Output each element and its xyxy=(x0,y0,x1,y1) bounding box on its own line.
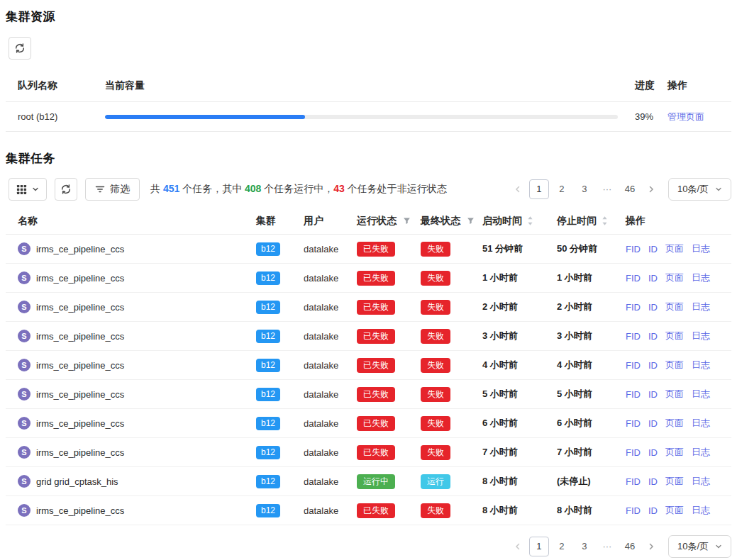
page-link[interactable]: 页面 xyxy=(665,359,684,371)
fid-link[interactable]: FID xyxy=(626,476,641,487)
start-time-sorter-icon[interactable] xyxy=(527,215,533,226)
log-link[interactable]: 日志 xyxy=(692,388,710,401)
header-start-time: 启动时间 xyxy=(482,215,557,228)
fid-link[interactable]: FID xyxy=(626,244,641,254)
chevron-down-icon xyxy=(715,543,722,550)
fid-link[interactable]: FID xyxy=(626,389,641,400)
resource-actions-cell: 管理页面 xyxy=(662,111,731,123)
fid-link[interactable]: FID xyxy=(626,360,641,371)
fid-link[interactable]: FID xyxy=(626,302,641,313)
task-user-cell: datalake xyxy=(299,244,357,254)
log-link[interactable]: 日志 xyxy=(692,359,710,371)
task-start-time: 1 小时前 xyxy=(482,271,557,284)
id-link[interactable]: ID xyxy=(648,273,658,284)
page-link[interactable]: 页面 xyxy=(665,475,684,488)
id-link[interactable]: ID xyxy=(648,418,658,429)
pagination-page-46[interactable]: 46 xyxy=(620,537,640,556)
resources-refresh-button[interactable] xyxy=(9,37,31,60)
page-size-select[interactable]: 10条/页 xyxy=(668,535,731,558)
header-name-label: 名称 xyxy=(18,215,38,228)
fid-link[interactable]: FID xyxy=(626,418,641,429)
header-start-time-label: 启动时间 xyxy=(482,215,522,228)
page-link[interactable]: 页面 xyxy=(665,504,684,517)
id-link[interactable]: ID xyxy=(648,360,658,371)
spark-avatar: S xyxy=(18,301,31,313)
id-link[interactable]: ID xyxy=(648,447,658,458)
task-stop-time: 8 小时前 xyxy=(557,504,626,517)
task-row: S irms_ce_pipeline_ccs b12 datalake 已失败 … xyxy=(6,293,731,322)
fid-link[interactable]: FID xyxy=(626,447,641,458)
task-run-status-cell: 已失败 xyxy=(357,329,421,344)
tasks-refresh-button[interactable] xyxy=(55,178,77,201)
task-name-cell: S irms_ce_pipeline_ccs xyxy=(6,446,256,459)
log-link[interactable]: 日志 xyxy=(692,301,710,313)
task-user-cell: datalake xyxy=(299,505,357,516)
page-size-select[interactable]: 10条/页 xyxy=(668,178,731,201)
final-status-filter-funnel-icon[interactable] xyxy=(467,217,475,225)
header-run-status: 运行状态 xyxy=(357,215,421,228)
task-cluster-cell: b12 xyxy=(256,271,299,285)
pagination-ellipsis[interactable]: ··· xyxy=(597,537,617,556)
task-name: irms_ce_pipeline_ccs xyxy=(36,418,124,429)
pagination-page-3[interactable]: 3 xyxy=(575,179,594,199)
id-link[interactable]: ID xyxy=(648,476,658,487)
filter-button[interactable]: 筛选 xyxy=(85,178,140,201)
id-link[interactable]: ID xyxy=(648,389,658,400)
cluster-badge: b12 xyxy=(256,301,280,314)
pagination-page-1[interactable]: 1 xyxy=(529,179,549,199)
column-settings-button[interactable] xyxy=(9,178,47,201)
log-link[interactable]: 日志 xyxy=(692,446,710,459)
page-link[interactable]: 页面 xyxy=(665,446,684,459)
task-name: irms_ce_pipeline_ccs xyxy=(36,505,124,516)
page-link[interactable]: 页面 xyxy=(665,301,684,313)
id-link[interactable]: ID xyxy=(648,331,658,342)
pagination-page-1[interactable]: 1 xyxy=(529,537,549,556)
final-status-badge: 失败 xyxy=(421,416,450,431)
log-link[interactable]: 日志 xyxy=(692,417,710,430)
page: 集群资源 队列名称 当前容量 进度 操作 root (b12) xyxy=(0,0,737,560)
tasks-table-body: S irms_ce_pipeline_ccs b12 datalake 已失败 … xyxy=(6,235,731,525)
task-final-status-cell: 失败 xyxy=(421,329,482,344)
chevron-right-icon[interactable] xyxy=(641,179,661,199)
task-name-cell: S irms_ce_pipeline_ccs xyxy=(6,271,256,284)
task-user: datalake xyxy=(304,389,338,400)
summary-text: 共 xyxy=(150,183,163,194)
task-run-status-cell: 已失败 xyxy=(357,416,421,431)
log-link[interactable]: 日志 xyxy=(692,242,710,255)
chevron-left-icon[interactable] xyxy=(508,179,528,199)
chevron-right-icon[interactable] xyxy=(641,537,661,556)
pagination-page-3[interactable]: 3 xyxy=(575,537,594,556)
task-row: S irms_ce_pipeline_ccs b12 datalake 已失败 … xyxy=(6,351,731,380)
pagination-page-2[interactable]: 2 xyxy=(552,179,572,199)
task-stop-time: 50 分钟前 xyxy=(557,242,626,255)
page-link[interactable]: 页面 xyxy=(665,242,684,255)
log-link[interactable]: 日志 xyxy=(692,504,710,517)
spark-avatar: S xyxy=(18,475,31,488)
id-link[interactable]: ID xyxy=(648,244,658,254)
page-link[interactable]: 页面 xyxy=(665,271,684,284)
page-link[interactable]: 页面 xyxy=(665,417,684,430)
log-link[interactable]: 日志 xyxy=(692,271,710,284)
spark-avatar: S xyxy=(18,446,31,459)
page-link[interactable]: 页面 xyxy=(665,388,684,401)
log-link[interactable]: 日志 xyxy=(692,330,710,342)
task-user: datalake xyxy=(304,505,338,516)
pagination-page-2[interactable]: 2 xyxy=(552,537,572,556)
log-link[interactable]: 日志 xyxy=(692,475,710,488)
task-name-cell: S irms_ce_pipeline_ccs xyxy=(6,388,256,401)
task-final-status-cell: 失败 xyxy=(421,300,482,315)
fid-link[interactable]: FID xyxy=(626,331,641,342)
run-status-filter-funnel-icon[interactable] xyxy=(403,217,411,225)
id-link[interactable]: ID xyxy=(648,505,658,516)
run-status-badge: 已失败 xyxy=(357,416,395,431)
pagination-page-46[interactable]: 46 xyxy=(620,179,640,199)
page-link[interactable]: 页面 xyxy=(665,330,684,342)
chevron-left-icon[interactable] xyxy=(508,537,528,556)
stop-time-sorter-icon[interactable] xyxy=(602,215,608,226)
fid-link[interactable]: FID xyxy=(626,505,641,516)
manage-page-link[interactable]: 管理页面 xyxy=(667,111,704,122)
fid-link[interactable]: FID xyxy=(626,273,641,284)
id-link[interactable]: ID xyxy=(648,302,658,313)
task-actions-cell: FID ID 页面 日志 xyxy=(626,475,731,488)
pagination-ellipsis[interactable]: ··· xyxy=(597,179,617,199)
